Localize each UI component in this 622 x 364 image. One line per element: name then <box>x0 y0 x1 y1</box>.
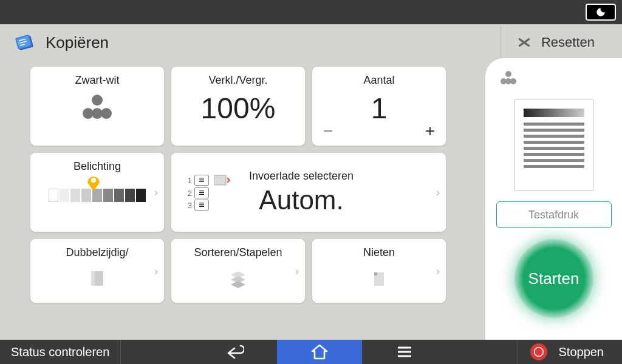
back-icon <box>225 345 244 359</box>
chevron-right-icon: › <box>436 265 440 277</box>
paper-tray-tile[interactable]: 1≡ 2≡ 3≡ Invoerlade selecteren Autom. › <box>171 153 446 232</box>
stop-button[interactable]: Stoppen <box>518 340 622 364</box>
back-button[interactable] <box>192 340 277 364</box>
moon-icon <box>595 7 606 18</box>
status-button[interactable]: Status controleren <box>0 340 121 364</box>
home-button[interactable] <box>277 340 362 364</box>
staple-icon <box>368 268 390 289</box>
svg-rect-12 <box>214 175 226 185</box>
duplex-icon <box>86 268 108 289</box>
tray-label: Invoerlade selecteren <box>249 170 354 183</box>
stack-icon <box>227 268 249 289</box>
quantity-value: 1 <box>371 92 388 125</box>
chevron-right-icon: › <box>154 186 158 199</box>
chevron-right-icon: › <box>154 265 158 277</box>
svg-point-11 <box>91 178 96 183</box>
header: Kopiëren Resetten <box>0 24 622 61</box>
zoom-value: 100% <box>201 92 276 125</box>
side-panel: Testafdruk Starten <box>485 58 622 340</box>
density-pointer-icon <box>86 173 101 194</box>
quantity-label: Aantal <box>363 74 394 87</box>
stop-icon <box>530 343 547 360</box>
options-grid: Zwart-wit Verkl./Vergr. 100% Aantal 1 − … <box>0 61 485 340</box>
svg-point-7 <box>92 95 103 106</box>
density-scale <box>49 189 146 202</box>
tray-value: Autom. <box>259 185 343 215</box>
chevron-right-icon: › <box>436 186 440 199</box>
zoom-label: Verkl./Vergr. <box>208 74 267 87</box>
svg-rect-14 <box>95 271 103 286</box>
home-icon <box>311 344 328 360</box>
tray-selector-icon: 1≡ 2≡ 3≡ <box>183 174 231 211</box>
color-mode-label: Zwart-wit <box>75 74 120 87</box>
svg-point-20 <box>510 78 516 84</box>
top-bar <box>0 0 622 24</box>
reset-label: Resetten <box>541 35 595 50</box>
svg-point-10 <box>101 108 112 119</box>
chevron-right-icon: › <box>295 265 299 277</box>
density-tile[interactable]: Belichting › <box>30 153 164 232</box>
quantity-tile[interactable]: Aantal 1 − + <box>312 67 446 146</box>
svg-marker-24 <box>535 348 543 356</box>
copy-icon <box>12 30 36 55</box>
reset-button[interactable]: Resetten <box>501 25 610 59</box>
quantity-plus-button[interactable]: + <box>425 121 435 141</box>
duplex-tile[interactable]: Dubbelzijdig/ › <box>30 239 164 303</box>
start-button[interactable]: Starten <box>514 239 593 318</box>
bw-dots-icon <box>76 92 118 122</box>
color-mode-tile[interactable]: Zwart-wit <box>30 67 164 146</box>
output-preview <box>514 99 593 190</box>
reset-icon <box>516 35 532 50</box>
sort-label: Sorteren/Stapelen <box>194 246 282 259</box>
menu-icon <box>397 346 412 358</box>
quantity-minus-button[interactable]: − <box>323 121 333 141</box>
test-print-button[interactable]: Testafdruk <box>496 201 612 228</box>
page-title: Kopiëren <box>46 33 109 52</box>
density-label: Belichting <box>73 160 121 173</box>
staple-tile[interactable]: Nieten › <box>312 239 446 303</box>
night-mode-button[interactable] <box>586 4 616 21</box>
sort-tile[interactable]: Sorteren/Stapelen › <box>171 239 305 303</box>
svg-point-17 <box>505 71 511 77</box>
zoom-tile[interactable]: Verkl./Vergr. 100% <box>171 67 305 146</box>
duplex-label: Dubbelzijdig/ <box>66 246 128 259</box>
side-color-icon <box>498 69 519 89</box>
svg-rect-16 <box>374 272 377 275</box>
stop-label: Stoppen <box>558 345 604 359</box>
bottom-bar: Status controleren Stoppen <box>0 340 622 364</box>
staple-label: Nieten <box>363 246 395 259</box>
menu-button[interactable] <box>362 340 447 364</box>
